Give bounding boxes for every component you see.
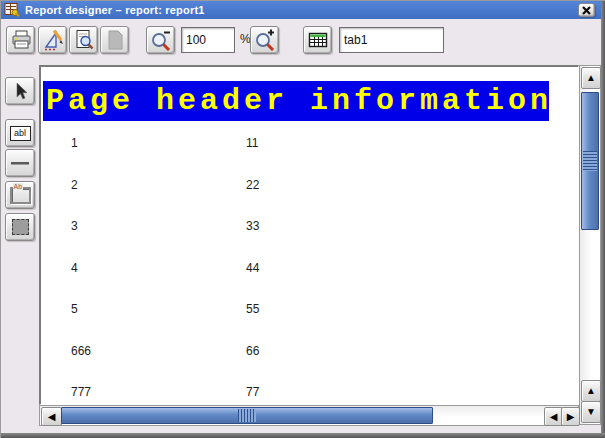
titlebar[interactable]: Report designer – report: report1 [1, 1, 601, 19]
cell[interactable]: 66 [246, 344, 259, 358]
close-button[interactable] [578, 3, 595, 17]
text-field-icon: abl [10, 126, 31, 141]
cell[interactable]: 1 [71, 136, 78, 150]
frame-tool-button[interactable]: Ab [5, 181, 35, 209]
report-canvas[interactable]: Page header information 1 11 2 22 3 33 4… [39, 65, 579, 405]
down-arrow-icon: ▼ [586, 407, 596, 417]
tab-name-input[interactable] [339, 27, 444, 53]
window-border-right [601, 1, 605, 438]
vertical-scroll-thumb[interactable] [581, 92, 599, 230]
cell[interactable]: 777 [71, 385, 91, 399]
image-tool-button[interactable] [5, 213, 35, 241]
window-border-bottom [1, 433, 605, 438]
magnifier-plus-icon [254, 29, 276, 51]
cell[interactable]: 22 [246, 178, 259, 192]
thumb-grip [583, 151, 597, 171]
zoom-out-button[interactable] [146, 26, 175, 54]
design-button[interactable] [38, 26, 67, 54]
scroll-down-button[interactable]: ▼ [581, 401, 601, 423]
zoom-level-input[interactable] [181, 27, 235, 53]
frame-tool-label: Ab [13, 183, 24, 190]
app-icon [4, 3, 20, 17]
printer-icon [10, 29, 32, 51]
page-button [100, 26, 129, 54]
cell[interactable]: 77 [246, 385, 259, 399]
cell[interactable]: 666 [71, 344, 91, 358]
cell[interactable]: 55 [246, 302, 259, 316]
grid-table-icon [307, 29, 329, 51]
scroll-up-button-2[interactable]: ▲ [581, 380, 601, 402]
text-tool-button[interactable]: abl [5, 119, 35, 147]
report-designer-window: Report designer – report: report1 [0, 0, 605, 438]
preview-button[interactable] [69, 26, 98, 54]
frame-icon: Ab [10, 187, 31, 204]
up-arrow-icon: ▲ [586, 386, 596, 396]
left-arrow-icon: ◀ [550, 412, 558, 422]
vertical-scrollbar[interactable]: ▲ ▲ ▼ [579, 65, 601, 425]
left-arrow-icon: ◀ [48, 412, 56, 422]
cell[interactable]: 3 [71, 219, 78, 233]
ruler-pencil-icon [42, 29, 64, 51]
scroll-left-button[interactable]: ◀ [41, 407, 62, 426]
scroll-up-button[interactable]: ▲ [581, 67, 601, 89]
blank-page-icon [104, 29, 126, 51]
text-tool-label: abl [14, 128, 26, 138]
horizontal-scrollbar[interactable]: ◀ ◀ ▶ [39, 405, 579, 426]
scroll-right-button[interactable]: ▶ [561, 407, 580, 426]
horizontal-scroll-thumb[interactable] [61, 407, 433, 424]
close-icon [582, 6, 591, 15]
page-magnifier-icon [73, 29, 95, 51]
cell[interactable]: 33 [246, 219, 259, 233]
line-tool-button[interactable] [5, 149, 35, 177]
dashed-square-icon [12, 219, 29, 235]
cell[interactable]: 11 [246, 136, 258, 150]
cell[interactable]: 44 [246, 261, 259, 275]
select-tool-button[interactable] [5, 77, 35, 105]
zoom-in-button[interactable] [250, 26, 279, 54]
cell[interactable]: 4 [71, 261, 78, 275]
window-title: Report designer – report: report1 [25, 4, 205, 16]
print-button[interactable] [6, 26, 35, 54]
arrow-cursor-icon [10, 81, 30, 101]
up-arrow-icon: ▲ [586, 73, 596, 83]
cell[interactable]: 5 [71, 302, 78, 316]
magnifier-minus-icon [150, 29, 172, 51]
line-icon [11, 162, 29, 165]
page-header-band[interactable]: Page header information [43, 81, 549, 121]
table-button[interactable] [303, 26, 332, 54]
right-arrow-icon: ▶ [567, 412, 575, 422]
cell[interactable]: 2 [71, 178, 78, 192]
thumb-grip [238, 409, 256, 422]
